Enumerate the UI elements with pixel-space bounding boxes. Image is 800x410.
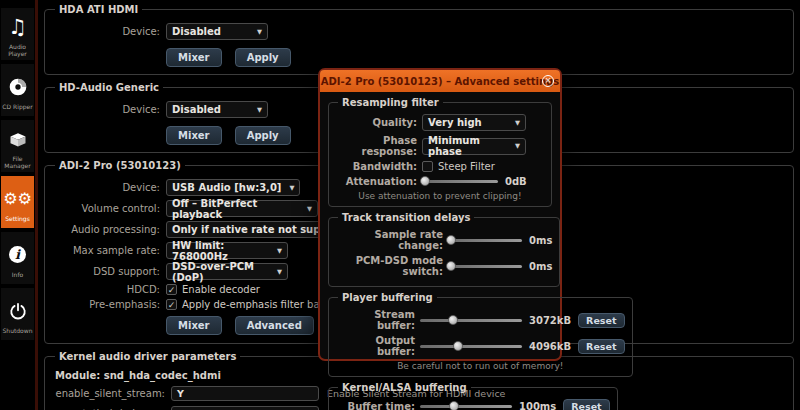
device-select[interactable]: Disabled ▼ [166, 101, 268, 118]
bandwidth-label: Bandwidth: [336, 161, 422, 172]
sidebar-item-info[interactable]: i Info [1, 232, 34, 284]
section-hda-ati-hdmi: HDA ATI HDMI Device: Disabled ▼ Mixer Ap… [44, 4, 794, 75]
reset-button[interactable]: Reset [578, 339, 624, 354]
dsd-support-label: DSD support: [53, 266, 166, 277]
sidebar-item-label: File Manager [1, 155, 34, 169]
chevron-down-icon: ▼ [289, 184, 294, 192]
music-note-icon: ♫ [8, 11, 27, 43]
sidebar-item-label: Settings [5, 215, 30, 222]
quality-select[interactable]: Very high ▼ [422, 114, 526, 131]
sidebar-item-file-manager[interactable]: File Manager [1, 120, 34, 172]
sidebar-item-audio-player[interactable]: ♫ Audio Player [1, 8, 34, 60]
chevron-down-icon: ▼ [257, 28, 262, 36]
section-legend: ADI-2 Pro (53010123) [55, 160, 185, 171]
sidebar-item-label: CD Ripper [2, 103, 32, 110]
slider-thumb[interactable] [446, 235, 456, 245]
steep-filter-label: Steep Filter [438, 161, 495, 172]
sidebar-item-settings[interactable]: ⚙⚙ Settings [1, 176, 34, 228]
max-sample-rate-select[interactable]: HW limit: 768000Hz ▼ [166, 242, 288, 259]
device-select[interactable]: USB Audio [hw:3,0] ▼ [166, 179, 300, 196]
output-buffer-slider[interactable] [420, 345, 522, 348]
chevron-down-icon: ▼ [277, 268, 282, 276]
buffer-time-slider[interactable] [420, 405, 512, 408]
dialog-header: ADI-2 Pro (53010123) – Advanced settings… [320, 70, 560, 92]
close-icon[interactable]: × [542, 75, 554, 87]
attenuation-slider[interactable] [422, 180, 498, 183]
reset-button[interactable]: Reset [563, 399, 609, 410]
hdcd-checkbox[interactable]: ✓ [166, 284, 177, 295]
param-input[interactable]: N [171, 406, 319, 410]
section-legend: Kernel audio driver parameters [55, 351, 240, 362]
slider-thumb[interactable] [446, 261, 456, 271]
mixer-button[interactable]: Mixer [166, 126, 222, 145]
stream-buffer-label: Stream buffer: [336, 309, 420, 331]
mixer-button[interactable]: Mixer [166, 316, 222, 335]
phase-response-label: Phase response: [336, 135, 422, 157]
sidebar-item-label: Info [12, 271, 23, 278]
memory-note: Be careful not to run out of memory! [336, 361, 625, 371]
chevron-down-icon: ▼ [515, 119, 520, 127]
hdcd-label: HDCD: [53, 284, 166, 295]
apply-button[interactable]: Apply [235, 48, 291, 67]
slider-thumb[interactable] [420, 176, 430, 186]
slider-thumb[interactable] [449, 401, 459, 410]
buffer-time-label: Buffer time: [336, 401, 420, 410]
power-icon [9, 295, 27, 327]
hdcd-checkbox-label: Enable decoder [182, 284, 260, 295]
sidebar-item-label: Shutdown [3, 327, 33, 334]
section-legend: Track transition delays [338, 212, 474, 223]
chevron-down-icon: ▼ [277, 247, 282, 255]
volume-control-label: Volume control: [53, 203, 166, 214]
chevron-down-icon: ▼ [257, 106, 262, 114]
sample-rate-change-value: 0ms [529, 235, 552, 246]
section-legend: HD-Audio Generic [55, 82, 163, 93]
dialog-title: ADI-2 Pro (53010123) – Advanced settings [321, 76, 559, 87]
slider-thumb[interactable] [448, 315, 458, 325]
max-sample-rate-label: Max sample rate: [53, 245, 166, 256]
mixer-button[interactable]: Mixer [166, 48, 222, 67]
stream-buffer-slider[interactable] [420, 319, 522, 322]
device-label: Device: [53, 104, 166, 115]
section-legend: Resampling filter [338, 97, 443, 108]
track-transition-delays-section: Track transition delays Sample rate chan… [328, 212, 560, 287]
advanced-settings-dialog: ADI-2 Pro (53010123) – Advanced settings… [318, 68, 562, 361]
device-label: Device: [53, 26, 166, 37]
audio-processing-label: Audio processing: [53, 224, 166, 235]
sidebar-item-cd-ripper[interactable]: CD Ripper [1, 64, 34, 116]
buffer-time-value: 100ms [519, 401, 556, 410]
kernel-alsa-buffering-section: Kernel/ALSA buffering Buffer time: 100ms… [328, 382, 618, 410]
sidebar-item-shutdown[interactable]: Shutdown [1, 288, 34, 340]
pcm-dsd-switch-slider[interactable] [448, 265, 522, 268]
sample-rate-change-slider[interactable] [448, 239, 522, 242]
section-legend: Kernel/ALSA buffering [338, 382, 471, 393]
pcm-dsd-switch-value: 0ms [529, 261, 552, 272]
device-select[interactable]: Disabled ▼ [166, 23, 268, 40]
steep-filter-checkbox[interactable] [422, 161, 433, 172]
apply-button[interactable]: Apply [235, 126, 291, 145]
pre-emphasis-checkbox[interactable]: ✓ [166, 299, 177, 310]
output-buffer-value: 4096kB [529, 341, 571, 352]
attenuation-note: Use attenuation to prevent clipping! [336, 191, 544, 201]
cd-icon [8, 71, 28, 103]
attenuation-value: 0dB [505, 176, 527, 187]
slider-thumb[interactable] [453, 341, 463, 351]
attenuation-label: Attenuation: [336, 176, 422, 187]
file-box-icon [8, 123, 28, 155]
resampling-filter-section: Resampling filter Quality: Very high ▼ P… [328, 97, 552, 207]
pcm-dsd-switch-label: PCM-DSD mode switch: [336, 255, 448, 277]
param-input[interactable]: Y [171, 386, 319, 401]
phase-response-select[interactable]: Minimum phase ▼ [422, 138, 526, 155]
stream-buffer-value: 3072kB [529, 315, 571, 326]
reset-button[interactable]: Reset [578, 313, 624, 328]
dsd-support-select[interactable]: DSD-over-PCM (DoP) ▼ [166, 263, 288, 280]
device-label: Device: [53, 182, 166, 193]
quality-label: Quality: [336, 117, 422, 128]
section-legend: Player buffering [338, 292, 437, 303]
chevron-down-icon: ▼ [307, 205, 312, 213]
output-buffer-label: Output buffer: [336, 335, 420, 357]
info-icon: i [9, 239, 26, 271]
volume-control-select[interactable]: Off – BitPerfect playback ▼ [166, 200, 318, 217]
sidebar: ♫ Audio Player CD Ripper File Manager ⚙⚙… [0, 0, 38, 410]
section-legend: HDA ATI HDMI [55, 4, 142, 15]
advanced-button[interactable]: Advanced [235, 316, 314, 335]
